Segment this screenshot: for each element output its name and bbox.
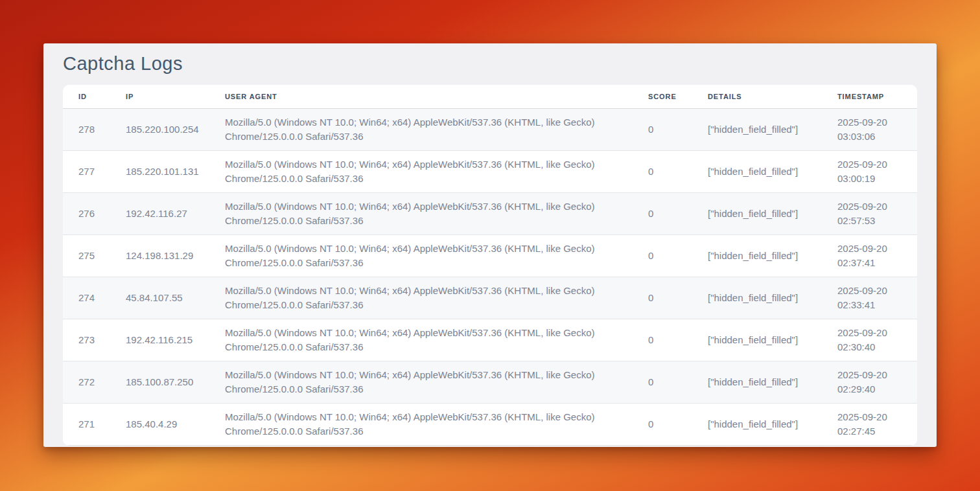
cell-id: 277 [63, 150, 110, 192]
cell-user_agent: Mozilla/5.0 (Windows NT 10.0; Win64; x64… [209, 234, 633, 277]
cell-details: ["hidden_field_filled"] [692, 403, 822, 445]
cell-timestamp: 2025-09-20 02:37:41 [822, 234, 917, 277]
logs-table: IDIPUSER AGENTSCOREDETAILSTIMESTAMP 2781… [63, 85, 917, 446]
cell-timestamp: 2025-09-20 02:27:45 [822, 403, 917, 445]
table-row: 277185.220.101.131Mozilla/5.0 (Windows N… [63, 150, 917, 192]
cell-id: 276 [63, 192, 110, 234]
table-row: 278185.220.100.254Mozilla/5.0 (Windows N… [63, 108, 917, 150]
cell-timestamp: 2025-09-20 02:30:40 [822, 319, 917, 361]
cell-user_agent: Mozilla/5.0 (Windows NT 10.0; Win64; x64… [209, 108, 633, 150]
cell-id: 271 [63, 403, 110, 445]
table-row: 272185.100.87.250Mozilla/5.0 (Windows NT… [63, 361, 917, 403]
cell-ip: 192.42.116.215 [110, 319, 209, 361]
cell-user_agent: Mozilla/5.0 (Windows NT 10.0; Win64; x64… [209, 319, 633, 361]
cell-ip: 45.84.107.55 [110, 277, 209, 319]
table-row: 275124.198.131.29Mozilla/5.0 (Windows NT… [63, 234, 917, 277]
cell-score: 0 [633, 234, 692, 277]
cell-ip: 185.100.87.250 [110, 361, 209, 403]
column-header-ip: IP [110, 85, 209, 108]
cell-user_agent: Mozilla/5.0 (Windows NT 10.0; Win64; x64… [209, 403, 633, 445]
cell-id: 278 [63, 108, 110, 150]
cell-details: ["hidden_field_filled"] [692, 319, 822, 361]
column-header-user_agent: USER AGENT [209, 85, 633, 108]
cell-ip: 124.198.131.29 [110, 234, 209, 277]
cell-score: 0 [633, 150, 692, 192]
cell-score: 0 [633, 192, 692, 234]
cell-id: 275 [63, 234, 110, 277]
cell-user_agent: Mozilla/5.0 (Windows NT 10.0; Win64; x64… [209, 277, 633, 319]
cell-timestamp: 2025-09-20 02:57:53 [822, 192, 917, 234]
cell-score: 0 [633, 277, 692, 319]
cell-details: ["hidden_field_filled"] [692, 192, 822, 234]
cell-user_agent: Mozilla/5.0 (Windows NT 10.0; Win64; x64… [209, 192, 633, 234]
cell-score: 0 [633, 361, 692, 403]
cell-ip: 185.220.100.254 [110, 108, 209, 150]
cell-score: 0 [633, 108, 692, 150]
cell-timestamp: 2025-09-20 03:03:06 [822, 108, 917, 150]
cell-id: 273 [63, 319, 110, 361]
table-row: 273192.42.116.215Mozilla/5.0 (Windows NT… [63, 319, 917, 361]
cell-user_agent: Mozilla/5.0 (Windows NT 10.0; Win64; x64… [209, 150, 633, 192]
table-row: 271185.40.4.29Mozilla/5.0 (Windows NT 10… [63, 403, 917, 445]
cell-ip: 185.220.101.131 [110, 150, 209, 192]
cell-details: ["hidden_field_filled"] [692, 108, 822, 150]
cell-timestamp: 2025-09-20 03:00:19 [822, 150, 917, 192]
page-title: Captcha Logs [43, 43, 937, 75]
cell-score: 0 [633, 319, 692, 361]
cell-id: 274 [63, 277, 110, 319]
column-header-id: ID [63, 85, 110, 108]
column-header-score: SCORE [633, 85, 692, 108]
column-header-timestamp: TIMESTAMP [822, 85, 917, 108]
cell-id: 272 [63, 361, 110, 403]
cell-timestamp: 2025-09-20 02:29:40 [822, 361, 917, 403]
captcha-logs-table: IDIPUSER AGENTSCOREDETAILSTIMESTAMP 2781… [63, 85, 917, 446]
cell-user_agent: Mozilla/5.0 (Windows NT 10.0; Win64; x64… [209, 361, 633, 403]
cell-timestamp: 2025-09-20 02:33:41 [822, 277, 917, 319]
cell-score: 0 [633, 403, 692, 445]
column-header-details: DETAILS [692, 85, 822, 108]
captcha-logs-card: Captcha Logs IDIPUSER AGENTSCOREDETAILST… [43, 43, 937, 447]
cell-details: ["hidden_field_filled"] [692, 277, 822, 319]
table-row: 276192.42.116.27Mozilla/5.0 (Windows NT … [63, 192, 917, 234]
cell-details: ["hidden_field_filled"] [692, 150, 822, 192]
table-header-row: IDIPUSER AGENTSCOREDETAILSTIMESTAMP [63, 85, 917, 108]
cell-details: ["hidden_field_filled"] [692, 361, 822, 403]
cell-ip: 185.40.4.29 [110, 403, 209, 445]
table-row: 27445.84.107.55Mozilla/5.0 (Windows NT 1… [63, 277, 917, 319]
cell-ip: 192.42.116.27 [110, 192, 209, 234]
cell-details: ["hidden_field_filled"] [692, 234, 822, 277]
